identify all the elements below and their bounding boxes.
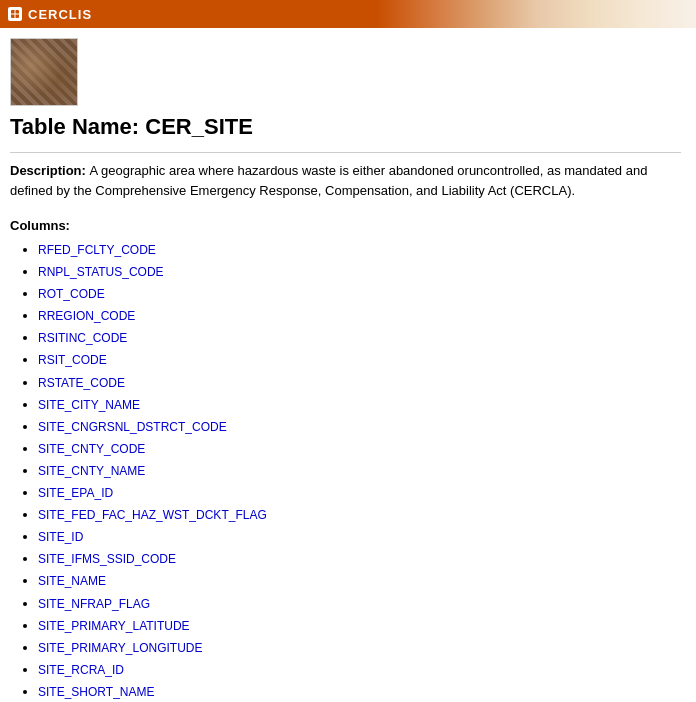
cerclis-logo-icon <box>8 7 22 21</box>
column-link[interactable]: SITE_RCRA_ID <box>38 663 124 677</box>
list-item: RFED_FCLTY_CODE <box>38 239 681 261</box>
list-item: ROT_CODE <box>38 283 681 305</box>
column-link[interactable]: SITE_SHORT_NAME <box>38 685 154 699</box>
list-item: SITE_PRIMARY_LONGITUDE <box>38 637 681 659</box>
divider-1 <box>10 152 681 153</box>
description-text: A geographic area where hazardous waste … <box>10 163 647 198</box>
columns-label: Columns: <box>10 218 681 233</box>
column-link[interactable]: RSTATE_CODE <box>38 376 125 390</box>
column-link[interactable]: RFED_FCLTY_CODE <box>38 243 156 257</box>
list-item: SITE_CITY_NAME <box>38 394 681 416</box>
list-item: RSIT_CODE <box>38 349 681 371</box>
column-link[interactable]: SITE_EPA_ID <box>38 486 113 500</box>
list-item: SITE_CNTY_NAME <box>38 460 681 482</box>
list-item: SITE_FED_FAC_HAZ_WST_DCKT_FLAG <box>38 504 681 526</box>
column-link[interactable]: ROT_CODE <box>38 287 105 301</box>
list-item: SITE_CNTY_CODE <box>38 438 681 460</box>
column-link[interactable]: SITE_CNTY_NAME <box>38 464 145 478</box>
list-item: SITE_RCRA_ID <box>38 659 681 681</box>
columns-list: RFED_FCLTY_CODERNPL_STATUS_CODEROT_CODER… <box>10 239 681 702</box>
column-link[interactable]: RSIT_CODE <box>38 353 107 367</box>
column-link[interactable]: SITE_CITY_NAME <box>38 398 140 412</box>
column-link[interactable]: SITE_PRIMARY_LATITUDE <box>38 619 190 633</box>
column-link[interactable]: SITE_CNTY_CODE <box>38 442 145 456</box>
table-name-heading: Table Name: CER_SITE <box>10 114 681 140</box>
database-thumbnail <box>10 38 78 106</box>
table-name-label: Table Name: <box>10 114 145 139</box>
list-item: SITE_EPA_ID <box>38 482 681 504</box>
list-item: SITE_PRIMARY_LATITUDE <box>38 615 681 637</box>
description-section: Description: A geographic area where haz… <box>10 161 681 200</box>
table-name-value: CER_SITE <box>145 114 253 139</box>
column-link[interactable]: SITE_IFMS_SSID_CODE <box>38 552 176 566</box>
column-link[interactable]: SITE_ID <box>38 530 83 544</box>
list-item: RREGION_CODE <box>38 305 681 327</box>
list-item: SITE_SHORT_NAME <box>38 681 681 702</box>
column-link[interactable]: SITE_NFRAP_FLAG <box>38 597 150 611</box>
header-gradient <box>376 0 696 28</box>
columns-section: Columns: RFED_FCLTY_CODERNPL_STATUS_CODE… <box>10 218 681 702</box>
list-item: SITE_IFMS_SSID_CODE <box>38 548 681 570</box>
header-bar: CERCLIS <box>0 0 696 28</box>
column-link[interactable]: RSITINC_CODE <box>38 331 127 345</box>
header-title: CERCLIS <box>28 7 92 22</box>
list-item: RSTATE_CODE <box>38 372 681 394</box>
description-label: Description: <box>10 163 89 178</box>
list-item: SITE_CNGRSNL_DSTRCT_CODE <box>38 416 681 438</box>
list-item: RSITINC_CODE <box>38 327 681 349</box>
page-content: Table Name: CER_SITE Description: A geog… <box>0 28 696 702</box>
list-item: RNPL_STATUS_CODE <box>38 261 681 283</box>
column-link[interactable]: RREGION_CODE <box>38 309 135 323</box>
column-link[interactable]: SITE_NAME <box>38 574 106 588</box>
column-link[interactable]: SITE_CNGRSNL_DSTRCT_CODE <box>38 420 227 434</box>
list-item: SITE_ID <box>38 526 681 548</box>
column-link[interactable]: SITE_FED_FAC_HAZ_WST_DCKT_FLAG <box>38 508 267 522</box>
column-link[interactable]: RNPL_STATUS_CODE <box>38 265 164 279</box>
list-item: SITE_NFRAP_FLAG <box>38 593 681 615</box>
column-link[interactable]: SITE_PRIMARY_LONGITUDE <box>38 641 202 655</box>
list-item: SITE_NAME <box>38 570 681 592</box>
